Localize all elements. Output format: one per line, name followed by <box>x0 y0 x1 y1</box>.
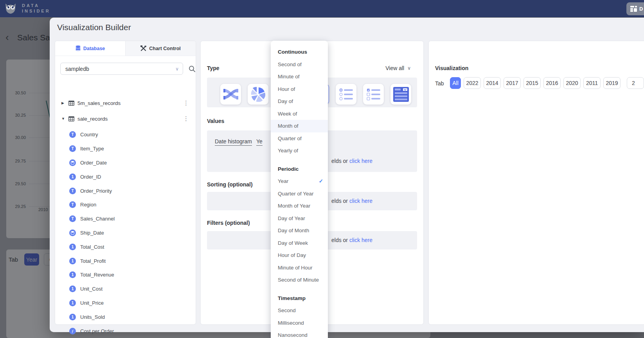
dropdown-item[interactable]: Millisecond <box>271 317 328 329</box>
number-field-icon: 1 <box>69 271 76 278</box>
type-heading: Type <box>207 65 219 71</box>
year-tab[interactable]: 2022 <box>464 77 481 89</box>
dropdown-item[interactable]: Week of <box>271 108 328 120</box>
database-icon <box>76 45 81 51</box>
search-icon[interactable] <box>189 65 196 72</box>
kebab-menu-icon[interactable]: ⋮ <box>183 99 189 107</box>
dropdown-item-label: Year <box>278 178 288 184</box>
dropdown-item[interactable]: Yearly of <box>271 145 328 157</box>
dropdown-item-selected[interactable]: Year ✓ <box>271 175 328 188</box>
year-tab[interactable]: 2017 <box>504 77 521 89</box>
table-chart-icon <box>393 87 409 102</box>
field-name: Ship_Date <box>80 230 104 236</box>
logo-line1: DATA <box>22 3 50 8</box>
logo-line2: INSIDER <box>22 8 50 14</box>
table-row-sale-records[interactable]: ▼ sale_records ⋮ <box>55 112 196 125</box>
date-histogram-link[interactable]: Date histogram <box>215 138 252 146</box>
table-icon <box>68 116 74 121</box>
text-field-icon: T <box>69 145 76 152</box>
year-tab[interactable]: 2016 <box>543 77 561 89</box>
dropdown-item[interactable]: Day of Month <box>271 224 328 237</box>
function-field-icon: ƒ <box>69 328 76 334</box>
dropdown-item[interactable]: Hour of <box>271 83 328 96</box>
dashboard-button-label: D <box>639 6 643 12</box>
chart-type-radio-list[interactable] <box>336 84 356 105</box>
field-row[interactable]: TRegion <box>55 198 196 212</box>
sankey-chart-icon <box>223 88 238 101</box>
dropdown-item[interactable]: Day of <box>271 95 328 108</box>
dashboard-button[interactable]: D <box>626 2 644 15</box>
click-here-link[interactable]: click here <box>349 198 372 204</box>
field-row[interactable]: TCountry <box>55 128 196 142</box>
field-row[interactable]: Ship_Date <box>55 226 196 240</box>
field-name: Region <box>80 202 96 208</box>
dropdown-item[interactable]: Quarter of Year <box>271 188 328 200</box>
field-row[interactable]: 1Unit_Cost <box>55 282 196 296</box>
dropzone-hint: elds or click here <box>331 237 372 243</box>
field-row[interactable]: TItem_Type <box>55 142 196 156</box>
field-name: Order_Date <box>80 160 107 166</box>
field-name: Total_Revenue <box>80 272 114 278</box>
view-all-label: View all <box>385 65 404 71</box>
hint-fragment: elds or <box>331 237 349 243</box>
text-field-icon: T <box>69 215 76 222</box>
chart-type-pie[interactable] <box>248 84 268 105</box>
app-logo[interactable]: DATA INSIDER <box>3 1 50 16</box>
field-row[interactable]: 1Units_Sold <box>55 310 196 324</box>
field-row[interactable]: 1Order_ID <box>55 170 196 184</box>
expand-expanded-icon[interactable]: ▼ <box>61 117 65 121</box>
dropdown-item[interactable]: Day of Week <box>271 237 328 249</box>
chevron-down-icon: ∨ <box>407 65 411 71</box>
year-tab[interactable]: 2014 <box>484 77 501 89</box>
number-field-icon: 1 <box>69 314 76 320</box>
field-row[interactable]: 1Total_Revenue <box>55 268 196 282</box>
text-field-icon: T <box>69 188 76 194</box>
dropdown-item[interactable]: Second <box>271 304 328 317</box>
click-here-link[interactable]: click here <box>349 237 372 243</box>
year-tab[interactable]: 2015 <box>523 77 541 89</box>
dropdown-section-header: Continuous <box>271 46 328 58</box>
click-here-link[interactable]: click here <box>349 158 372 164</box>
field-name: Cost per Order <box>80 328 114 334</box>
dropdown-item[interactable]: Month of Year <box>271 200 328 212</box>
dropdown-item[interactable]: Quarter of <box>271 132 328 145</box>
dropdown-item[interactable]: Second of <box>271 58 328 71</box>
view-all-button[interactable]: View all ∨ <box>385 65 411 71</box>
year-link[interactable]: Ye <box>256 138 263 146</box>
year-tab-all[interactable]: All <box>450 77 461 89</box>
field-row[interactable]: TSales_Channel <box>55 212 196 226</box>
database-select[interactable]: sampledb ∨ <box>60 63 183 75</box>
kebab-menu-icon[interactable]: ⋮ <box>183 115 189 122</box>
dropdown-item[interactable]: Nanosecond <box>271 329 328 338</box>
chart-type-checkbox-list[interactable] <box>363 84 384 105</box>
field-row[interactable]: ƒCost per Order <box>55 324 196 338</box>
field-row[interactable]: TOrder_Priority <box>55 184 196 198</box>
hint-fragment: elds or <box>331 158 349 164</box>
expand-collapsed-icon[interactable]: ▶ <box>61 101 65 105</box>
table-row-5m-sales-records[interactable]: ▶ 5m_sales_records ⋮ <box>55 97 196 109</box>
year-tab[interactable]: 2019 <box>603 77 621 89</box>
year-tab[interactable]: 2011 <box>583 77 601 89</box>
field-row[interactable]: Order_Date <box>55 156 196 170</box>
chart-type-sankey[interactable] <box>220 84 241 105</box>
tab-chart-control[interactable]: Chart Control <box>125 41 196 56</box>
dropdown-item[interactable]: Second of Minute <box>271 274 328 286</box>
dropdown-item-hovered[interactable]: Month of <box>271 120 328 132</box>
field-name: Country <box>80 132 98 137</box>
dropdown-item[interactable]: Day of Year <box>271 212 328 225</box>
year-tab-partial[interactable]: 2 <box>627 77 644 89</box>
chart-type-table[interactable] <box>390 84 411 105</box>
year-tab[interactable]: 2020 <box>563 77 581 89</box>
field-row[interactable]: 1Total_Cost <box>55 240 196 254</box>
tab-database[interactable]: Database <box>55 41 125 56</box>
hint-fragment: elds or <box>331 198 349 204</box>
field-row[interactable]: 1Total_Profit <box>55 254 196 268</box>
dropzone-hint: elds or click here <box>331 198 372 204</box>
dropdown-item[interactable]: Minute of <box>271 70 328 83</box>
dropdown-item[interactable]: Hour of Day <box>271 249 328 262</box>
table-name: 5m_sales_records <box>77 100 121 106</box>
dropdown-item[interactable]: Minute of Hour <box>271 262 328 274</box>
number-field-icon: 1 <box>69 300 76 306</box>
tab-chart-control-label: Chart Control <box>149 46 181 51</box>
field-row[interactable]: 1Unit_Price <box>55 296 196 310</box>
